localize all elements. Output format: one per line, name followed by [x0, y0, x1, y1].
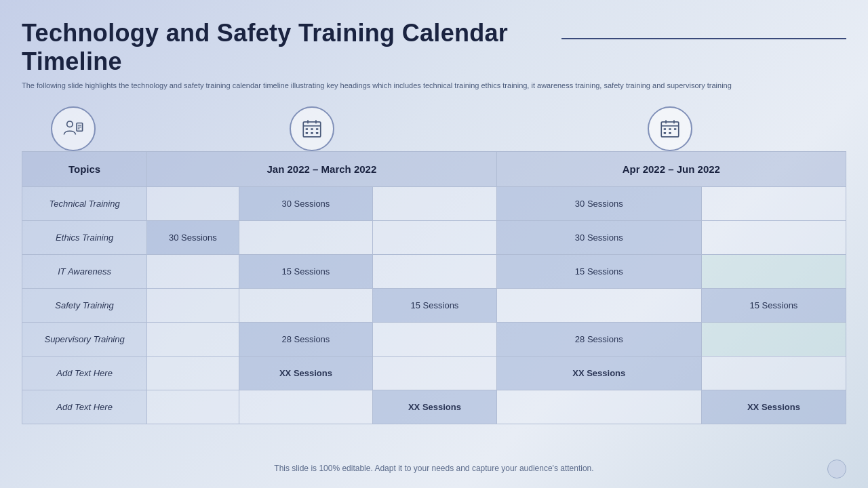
training-table: Topics Jan 2022 – March 2022 Apr 2022 – …: [22, 151, 846, 424]
session-cell: 15 Sessions: [239, 254, 373, 288]
title-section: Technology and Safety Training Calendar …: [22, 19, 846, 76]
session-cell: 15 Sessions: [701, 288, 846, 322]
calendar-q2-icon: [648, 106, 692, 151]
session-cell: [147, 254, 239, 288]
session-cell: XX Sessions: [239, 356, 373, 390]
session-cell: [239, 288, 373, 322]
session-cell: [373, 186, 496, 220]
session-cell: [373, 356, 496, 390]
session-cell: [147, 288, 239, 322]
topic-cell: Safety Training: [22, 288, 147, 322]
topic-cell: Add Text Here: [22, 390, 147, 424]
session-cell: [147, 390, 239, 424]
session-cell: XX Sessions: [701, 390, 846, 424]
session-cell: [147, 356, 239, 390]
svg-rect-21: [674, 128, 676, 130]
session-cell: 28 Sessions: [239, 322, 373, 356]
session-cell: 30 Sessions: [239, 186, 373, 220]
session-cell: [373, 220, 496, 254]
session-cell: [147, 186, 239, 220]
table-row: Add Text Here XX Sessions XX Sessions: [22, 390, 846, 424]
svg-rect-20: [669, 128, 671, 130]
svg-rect-10: [311, 128, 313, 130]
svg-rect-19: [664, 128, 666, 130]
svg-rect-9: [306, 128, 308, 130]
topics-icon: [51, 106, 96, 151]
table-row: Ethics Training 30 Sessions 30 Sessions: [22, 220, 846, 254]
svg-point-0: [67, 121, 73, 127]
session-cell: 15 Sessions: [496, 254, 701, 288]
session-cell: 30 Sessions: [147, 220, 239, 254]
header-q1: Jan 2022 – March 2022: [147, 151, 496, 186]
table-row: Safety Training 15 Sessions 15 Sessions: [22, 288, 846, 322]
session-cell: 28 Sessions: [496, 322, 701, 356]
table-row: Supervisory Training 28 Sessions 28 Sess…: [22, 322, 846, 356]
header-q2: Apr 2022 – Jun 2022: [496, 151, 846, 186]
session-cell: [701, 322, 846, 356]
session-cell: [373, 322, 496, 356]
svg-rect-14: [316, 132, 318, 134]
topic-cell: IT Awareness: [22, 254, 147, 288]
session-cell: [373, 254, 496, 288]
session-cell: [496, 390, 701, 424]
svg-rect-12: [306, 132, 308, 134]
table-header-row: Topics Jan 2022 – March 2022 Apr 2022 – …: [22, 151, 846, 186]
topic-cell: Ethics Training: [22, 220, 147, 254]
session-cell: [701, 254, 846, 288]
session-cell: [701, 220, 846, 254]
subtitle: The following slide highlights the techn…: [22, 80, 802, 92]
session-cell: [701, 186, 846, 220]
slide-container: Technology and Safety Training Calendar …: [0, 0, 868, 488]
main-title: Technology and Safety Training Calendar …: [22, 19, 551, 76]
table-row: Add Text Here XX Sessions XX Sessions: [22, 356, 846, 390]
svg-rect-23: [669, 132, 671, 134]
session-cell: [239, 390, 373, 424]
topic-cell: Technical Training: [22, 186, 147, 220]
session-cell: XX Sessions: [373, 390, 496, 424]
session-cell: [147, 322, 239, 356]
svg-rect-13: [311, 132, 313, 134]
svg-rect-11: [316, 128, 318, 130]
session-cell: [701, 356, 846, 390]
title-line: [561, 38, 846, 39]
session-cell: XX Sessions: [496, 356, 701, 390]
table-row: Technical Training 30 Sessions 30 Sessio…: [22, 186, 846, 220]
session-cell: 15 Sessions: [373, 288, 496, 322]
session-cell: 30 Sessions: [496, 220, 701, 254]
icons-row: [22, 104, 846, 151]
footer-text: This slide is 100% editable. Adapt it to…: [0, 464, 868, 473]
topic-cell: Add Text Here: [22, 356, 147, 390]
svg-rect-22: [664, 132, 666, 134]
session-cell: [239, 220, 373, 254]
header-topics: Topics: [22, 151, 147, 186]
footer-circle: [827, 460, 846, 479]
topic-cell: Supervisory Training: [22, 322, 147, 356]
session-cell: [496, 288, 701, 322]
table-row: IT Awareness 15 Sessions 15 Sessions: [22, 254, 846, 288]
calendar-q1-icon: [290, 106, 334, 151]
session-cell: 30 Sessions: [496, 186, 701, 220]
